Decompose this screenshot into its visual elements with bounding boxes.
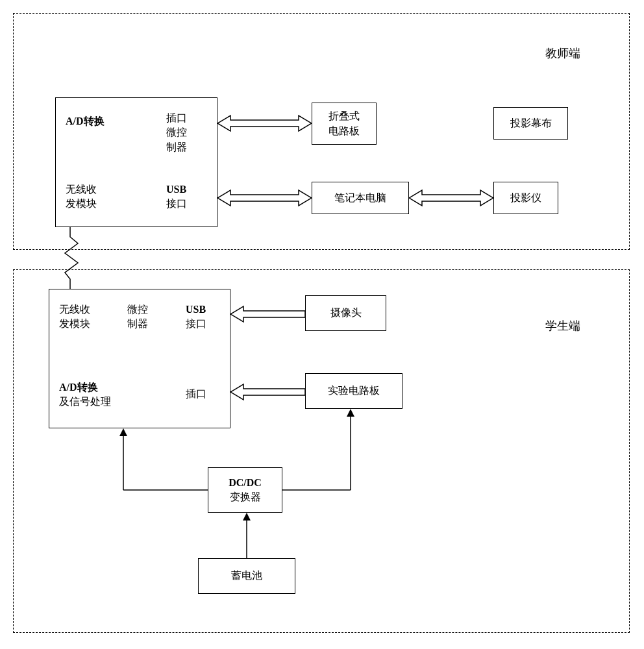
left-arrow-icon (230, 383, 305, 401)
teacher-port-ctrl-l1: 插口 (166, 111, 187, 125)
camera-box: 摄像头 (305, 295, 386, 331)
student-ad: A/D转换 及信号处理 (59, 380, 111, 410)
battery-box: 蓄电池 (198, 558, 295, 594)
laptop-label: 笔记本电脑 (334, 191, 386, 205)
student-ctrl-l1: 微控 (127, 302, 148, 317)
left-arrow-icon (230, 305, 305, 323)
student-ad-l1: A/D转换 (59, 380, 111, 395)
teacher-usb-l2: 接口 (166, 197, 187, 211)
student-ctrl: 微控 制器 (127, 302, 148, 332)
teacher-port-ctrl-l3: 制器 (166, 140, 187, 154)
student-title: 学生端 (545, 318, 580, 334)
svg-marker-1 (217, 190, 312, 206)
teacher-module: A/D转换 插口 微控 制器 无线收 发模块 USB 接口 (55, 97, 217, 227)
projector-label: 投影仪 (510, 191, 541, 205)
teacher-usb-l1: USB (166, 182, 187, 197)
dcdc-l1: DC/DC (229, 476, 262, 490)
teacher-port-ctrl: 插口 微控 制器 (166, 111, 187, 154)
student-wireless-l2: 发模块 (59, 317, 90, 331)
teacher-usb: USB 接口 (166, 182, 187, 212)
teacher-wireless-l1: 无线收 (66, 182, 97, 197)
projection-screen-label: 投影幕布 (510, 117, 552, 130)
double-arrow-icon (409, 188, 493, 208)
student-ad-l2: 及信号处理 (59, 395, 111, 409)
svg-marker-4 (230, 384, 305, 400)
battery-label: 蓄电池 (231, 569, 262, 583)
svg-marker-0 (217, 116, 312, 131)
exp-board-box: 实验电路板 (305, 373, 402, 409)
teacher-port-ctrl-l2: 微控 (166, 125, 187, 140)
exp-board-label: 实验电路板 (328, 384, 380, 398)
dcdc-l2: 变换器 (230, 490, 261, 504)
teacher-wireless-l2: 发模块 (66, 197, 97, 211)
student-ctrl-l2: 制器 (127, 317, 148, 331)
double-arrow-icon (217, 114, 312, 133)
projector-box: 投影仪 (493, 182, 558, 214)
dcdc-box: DC/DC 变换器 (208, 467, 282, 513)
double-arrow-icon (217, 188, 312, 208)
camera-label: 摄像头 (330, 306, 362, 320)
teacher-wireless: 无线收 发模块 (66, 182, 97, 212)
student-port: 插口 (186, 387, 206, 401)
student-usb-l1: USB (186, 302, 206, 317)
student-usb: USB 接口 (186, 302, 206, 332)
student-wireless: 无线收 发模块 (59, 302, 90, 332)
svg-marker-3 (230, 306, 305, 322)
projection-screen-box: 投影幕布 (493, 107, 568, 140)
svg-marker-2 (409, 190, 493, 206)
fold-board-l2: 电路板 (328, 124, 360, 138)
teacher-ad-conv-label: A/D转换 (66, 114, 105, 129)
student-module: 无线收 发模块 微控 制器 USB 接口 A/D转换 及信号处理 插口 (49, 289, 230, 428)
student-usb-l2: 接口 (186, 317, 206, 331)
fold-board-box: 折叠式 电路板 (312, 103, 377, 145)
student-wireless-l1: 无线收 (59, 302, 90, 317)
teacher-title: 教师端 (545, 45, 580, 61)
fold-board-l1: 折叠式 (328, 109, 360, 123)
laptop-box: 笔记本电脑 (312, 182, 409, 214)
